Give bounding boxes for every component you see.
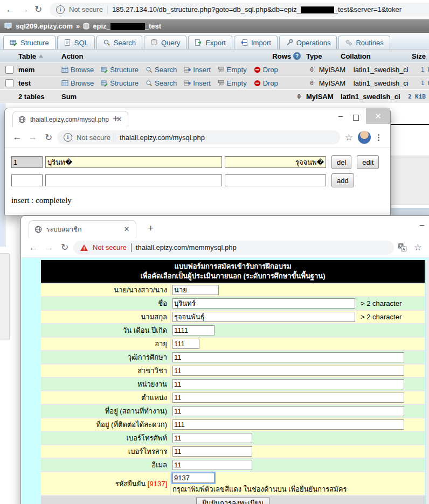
tab-query[interactable]: Query <box>144 36 186 49</box>
insert-link[interactable]: Insert <box>184 79 211 87</box>
major-field[interactable] <box>172 366 404 376</box>
menu-dots-icon[interactable] <box>378 137 379 138</box>
omnibox-divider <box>131 243 132 252</box>
member-form-page: แบบฟอร์มการสมัครเข้ารับการฝึกอบรม เพื่อค… <box>21 258 429 504</box>
email-field[interactable] <box>172 460 252 470</box>
del-button[interactable]: del <box>331 155 351 169</box>
birthdate-field[interactable] <box>172 325 214 335</box>
table-name[interactable]: test <box>18 79 61 87</box>
drop-link[interactable]: Drop <box>254 79 278 87</box>
contact-address-field[interactable] <box>172 419 404 430</box>
age-field[interactable] <box>172 339 199 349</box>
close-icon[interactable]: ✕ <box>366 108 390 124</box>
breadcrumb-server[interactable]: sql209.epizy.com <box>16 22 73 30</box>
form-title-line2: เพื่อคัดเลือกเป็นผู้ประเมินภายนอก (ระดับ… <box>41 271 425 281</box>
field-label: อีเมล <box>41 459 170 471</box>
tab-close-icon[interactable]: ✕ <box>124 225 130 233</box>
maximize-icon[interactable] <box>353 114 359 122</box>
sum-type: MyISAM <box>301 93 341 101</box>
form-row-confirm-code: รหัสยืนยัน [9137] กรุณาพิมพ์ตัวเลขสีแดง … <box>41 472 425 495</box>
register-submit-button[interactable]: ยืนยันการลงทะเบียน <box>196 497 269 504</box>
profile-avatar[interactable] <box>358 131 371 144</box>
breadcrumb-db[interactable]: epiz__test <box>93 22 161 30</box>
address-bar[interactable]: i Not secure 185.27.134.10/db_structure.… <box>50 3 429 17</box>
row-checkbox[interactable] <box>5 66 13 74</box>
search-link[interactable]: Search <box>146 79 177 87</box>
tab-routines[interactable]: Routines <box>338 36 390 49</box>
help-icon[interactable]: ? <box>293 52 301 60</box>
browse-link[interactable]: Browse <box>61 66 94 74</box>
new-firstname-field[interactable] <box>45 174 222 186</box>
address-bar[interactable]: i Not secure thaiall.epizy.com/mysql.php <box>57 130 340 144</box>
insert-link[interactable]: Insert <box>184 66 211 74</box>
win2-scrollbar[interactable] <box>425 260 429 504</box>
tab-sql[interactable]: SQL <box>57 36 95 49</box>
forward-icon[interactable]: → <box>17 4 31 15</box>
table-name[interactable]: mem <box>18 66 61 74</box>
translate-icon[interactable] <box>398 243 407 252</box>
education-field[interactable] <box>172 352 404 362</box>
edit-button[interactable]: edit <box>357 155 379 169</box>
form-row-lastname: นามสกุล > 2 character <box>41 311 425 323</box>
row-checkbox[interactable] <box>5 79 13 87</box>
structure-link[interactable]: Structure <box>101 66 139 74</box>
tab-structure[interactable]: Structure <box>3 36 56 49</box>
record-id-field[interactable] <box>11 156 43 168</box>
tab-operations[interactable]: Operations <box>279 36 337 49</box>
minimize-icon[interactable]: – <box>420 220 424 228</box>
back-icon[interactable]: ← <box>26 242 40 253</box>
tab-search[interactable]: Search <box>96 36 142 49</box>
background-panel <box>0 253 10 340</box>
row-collation[interactable]: latin1_swedish_ci <box>354 79 411 87</box>
new-tab-icon[interactable]: + <box>113 113 119 125</box>
browse-link[interactable]: Browse <box>61 79 94 87</box>
confirm-code-field[interactable] <box>172 473 214 483</box>
firstname-field[interactable] <box>172 298 355 309</box>
empty-link[interactable]: Empty <box>218 79 247 87</box>
lastname-field[interactable] <box>172 312 355 322</box>
minimize-icon[interactable]: – <box>338 111 343 120</box>
new-id-field[interactable] <box>11 174 43 186</box>
pma-tab-bar: Structure SQL Search Query Export Import… <box>0 33 429 50</box>
row-collation[interactable]: latin1_swedish_ci <box>354 66 411 74</box>
sort-asc-icon[interactable] <box>39 54 43 58</box>
screen: ← → ↻ i Not secure 185.27.134.10/db_stru… <box>0 0 429 504</box>
add-button[interactable]: add <box>331 173 354 187</box>
bookmark-star-icon[interactable]: ☆ <box>414 242 422 253</box>
col-table[interactable]: Table <box>18 52 36 60</box>
new-lastname-field[interactable] <box>225 174 326 186</box>
info-icon[interactable]: i <box>56 5 65 14</box>
win2-tab[interactable]: ระบบสมาชิก ✕ <box>29 220 136 237</box>
fax-field[interactable] <box>172 446 252 457</box>
search-link[interactable]: Search <box>146 66 177 74</box>
win1-tab[interactable]: thaiall.epizy.com/mysql.php ✕ <box>12 111 128 127</box>
address-bar[interactable]: Not secure thaiall.epizy.com/memmysql.ph… <box>73 241 394 255</box>
forward-icon[interactable]: → <box>26 132 40 143</box>
title-prefix-field[interactable] <box>172 285 219 295</box>
tab-import[interactable]: Import <box>234 36 278 49</box>
record-firstname-field[interactable] <box>45 156 222 168</box>
forward-icon[interactable]: → <box>42 242 56 253</box>
reload-icon[interactable]: ↻ <box>41 132 56 143</box>
structure-link[interactable]: Structure <box>101 79 139 87</box>
empty-link[interactable]: Empty <box>218 66 247 74</box>
tab-export[interactable]: Export <box>188 36 232 49</box>
reload-icon[interactable]: ↻ <box>58 242 72 253</box>
background-browser-toolbar: ← → ↻ i Not secure 185.27.134.10/db_stru… <box>0 0 429 19</box>
record-lastname-field[interactable] <box>225 156 326 168</box>
back-icon[interactable]: ← <box>3 4 17 15</box>
organization-field[interactable] <box>172 379 404 389</box>
back-icon[interactable]: ← <box>10 132 24 143</box>
work-address-field[interactable] <box>172 406 404 416</box>
phone-field[interactable] <box>172 433 252 443</box>
col-size: Size <box>398 52 429 60</box>
position-field[interactable] <box>172 393 404 403</box>
drop-link[interactable]: Drop <box>254 66 278 74</box>
win2-toolbar: ← → ↻ Not secure thaiall.epizy.com/memmy… <box>21 237 429 258</box>
bookmark-star-icon[interactable]: ☆ <box>345 132 353 143</box>
row-count: 0 <box>278 66 314 73</box>
new-tab-icon[interactable]: + <box>148 222 154 234</box>
reload-icon[interactable]: ↻ <box>31 4 45 15</box>
info-icon[interactable]: i <box>64 133 72 142</box>
form-row-title-prefix: นาย/นางสาว/นาง <box>41 284 425 296</box>
